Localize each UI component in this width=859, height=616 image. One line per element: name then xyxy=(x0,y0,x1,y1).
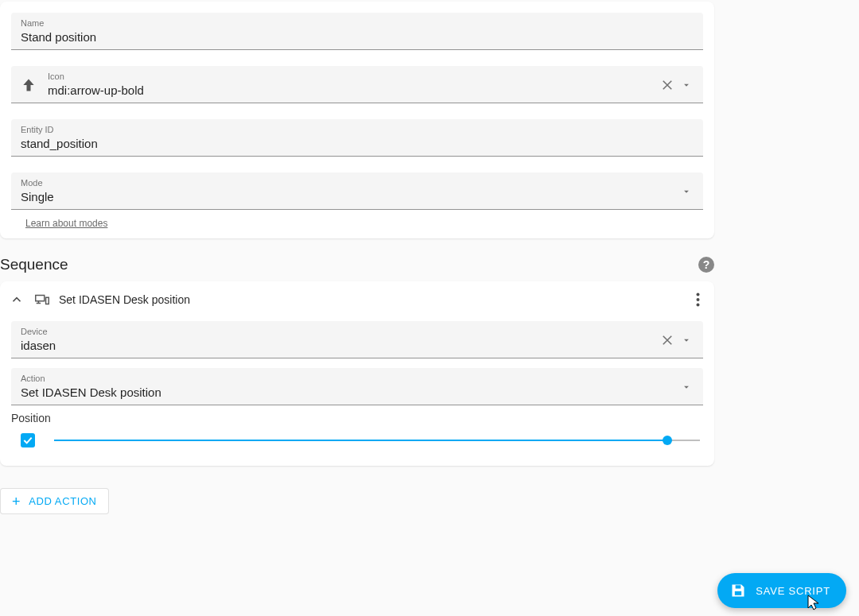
mode-field[interactable]: Mode Single xyxy=(11,172,703,210)
add-action-label: ADD ACTION xyxy=(29,495,96,507)
action-header: Set IDASEN Desk position xyxy=(0,281,714,316)
slider-thumb[interactable] xyxy=(663,436,672,445)
slider-active-track xyxy=(54,440,667,441)
icon-label: Icon xyxy=(48,71,659,82)
entity-id-label: Entity ID xyxy=(21,124,694,135)
chevron-down-icon xyxy=(681,382,692,393)
position-label: Position xyxy=(11,409,703,432)
icon-dropdown-button[interactable] xyxy=(679,78,694,92)
chevron-up-icon xyxy=(10,293,24,307)
name-value: Stand position xyxy=(21,29,694,46)
action-value: Set IDASEN Desk position xyxy=(21,384,679,401)
chevron-down-icon xyxy=(681,79,692,91)
device-field[interactable]: Device idasen xyxy=(11,321,703,358)
sequence-action-card: Set IDASEN Desk position Device idasen A… xyxy=(0,281,714,466)
name-label: Name xyxy=(21,17,694,29)
sequence-header: Sequence ? xyxy=(0,256,714,273)
entity-id-field[interactable]: Entity ID stand_position xyxy=(11,119,703,157)
check-icon xyxy=(21,434,34,447)
svg-rect-4 xyxy=(736,585,741,588)
svg-rect-3 xyxy=(735,591,741,595)
mode-label: Mode xyxy=(21,177,679,188)
save-icon xyxy=(730,583,746,599)
position-slider[interactable] xyxy=(54,432,700,448)
arrow-up-bold-icon xyxy=(21,77,37,93)
device-value: idasen xyxy=(21,337,659,354)
chevron-down-icon xyxy=(681,335,692,346)
device-dropdown-button[interactable] xyxy=(679,333,694,347)
action-select-field[interactable]: Action Set IDASEN Desk position xyxy=(11,368,703,405)
mode-dropdown-button[interactable] xyxy=(679,184,694,199)
save-script-label: SAVE SCRIPT xyxy=(756,585,830,597)
sequence-heading: Sequence xyxy=(0,256,68,273)
position-enabled-checkbox[interactable] xyxy=(21,433,35,447)
close-icon xyxy=(660,78,674,92)
device-label: Device xyxy=(21,326,659,337)
icon-field[interactable]: Icon mdi:arrow-up-bold xyxy=(11,66,703,103)
action-dropdown-button[interactable] xyxy=(679,380,694,394)
icon-value: mdi:arrow-up-bold xyxy=(48,82,659,99)
svg-point-1 xyxy=(697,298,700,301)
learn-about-modes-link[interactable]: Learn about modes xyxy=(25,218,107,229)
action-title: Set IDASEN Desk position xyxy=(59,293,693,306)
close-icon xyxy=(660,333,674,347)
svg-point-2 xyxy=(697,304,700,307)
action-menu-button[interactable] xyxy=(693,293,703,307)
mode-value: Single xyxy=(21,188,679,206)
entity-id-value: stand_position xyxy=(21,135,694,153)
help-icon[interactable]: ? xyxy=(698,257,714,273)
action-label: Action xyxy=(21,373,679,384)
clear-device-button[interactable] xyxy=(659,331,676,349)
add-action-button[interactable]: + ADD ACTION xyxy=(0,488,109,514)
script-config-card: Name Stand position Icon mdi:arrow-up-bo… xyxy=(0,2,714,238)
chevron-down-icon xyxy=(681,186,692,197)
device-icon xyxy=(33,291,51,308)
collapse-button[interactable] xyxy=(10,289,29,310)
svg-point-0 xyxy=(697,293,700,296)
save-script-button[interactable]: SAVE SCRIPT xyxy=(717,573,846,608)
dots-vertical-icon xyxy=(696,293,700,307)
plus-icon: + xyxy=(12,496,21,507)
name-field[interactable]: Name Stand position xyxy=(11,13,703,50)
clear-icon-button[interactable] xyxy=(659,76,676,94)
